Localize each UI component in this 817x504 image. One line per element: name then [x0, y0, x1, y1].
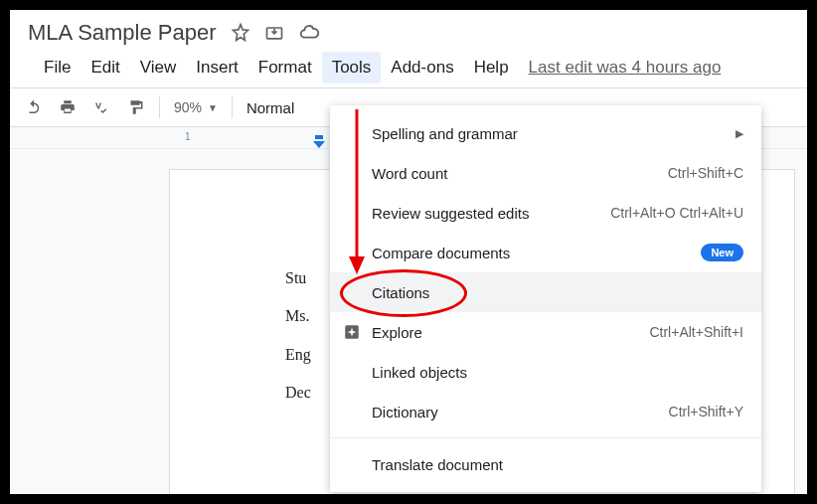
menu-review-edits[interactable]: Review suggested edits Ctrl+Alt+O Ctrl+A… [330, 193, 761, 233]
paint-format-button[interactable] [119, 91, 151, 123]
menu-separator [330, 437, 761, 438]
chevron-down-icon: ▼ [208, 102, 218, 113]
document-title[interactable]: MLA Sample Paper [28, 20, 217, 46]
tools-dropdown: Spelling and grammar ▶ Word count Ctrl+S… [330, 105, 761, 492]
menu-word-count[interactable]: Word count Ctrl+Shift+C [330, 153, 761, 193]
menu-shortcut: Ctrl+Alt+O Ctrl+Alt+U [610, 205, 743, 221]
menu-file[interactable]: File [34, 52, 81, 84]
zoom-selector[interactable]: 90% ▼ [168, 99, 224, 115]
menu-item-label: Dictionary [372, 404, 438, 420]
menu-help[interactable]: Help [464, 52, 519, 84]
style-selector[interactable]: Normal [241, 99, 300, 116]
print-button[interactable] [52, 91, 83, 123]
menu-shortcut: Ctrl+Alt+Shift+I [649, 324, 743, 340]
menu-explore[interactable]: Explore Ctrl+Alt+Shift+I [330, 312, 761, 352]
separator [159, 96, 160, 118]
last-edit-link[interactable]: Last edit was 4 hours ago [519, 52, 732, 84]
menu-tools[interactable]: Tools [322, 52, 382, 84]
menu-item-label: Citations [372, 284, 429, 301]
menu-format[interactable]: Format [248, 52, 322, 84]
undo-button[interactable] [18, 91, 50, 123]
separator [232, 96, 233, 118]
menu-edit[interactable]: Edit [81, 52, 129, 84]
menu-translate[interactable]: Translate document [330, 444, 761, 484]
cloud-icon[interactable] [298, 22, 320, 44]
menu-linked-objects[interactable]: Linked objects [330, 352, 761, 392]
indent-marker-icon[interactable] [312, 135, 326, 153]
spellcheck-button[interactable] [85, 91, 117, 123]
menu-item-label: Spelling and grammar [372, 125, 518, 142]
svg-rect-1 [315, 135, 323, 139]
menu-spelling-grammar[interactable]: Spelling and grammar ▶ [330, 113, 761, 153]
menu-item-label: Linked objects [372, 364, 467, 381]
menu-view[interactable]: View [130, 52, 187, 84]
zoom-value: 90% [174, 99, 202, 115]
star-icon[interactable] [231, 23, 250, 43]
menu-addons[interactable]: Add-ons [381, 52, 463, 84]
move-icon[interactable] [264, 23, 284, 43]
menu-item-label: Translate document [372, 456, 503, 473]
menubar: File Edit View Insert Format Tools Add-o… [28, 46, 807, 84]
menu-citations[interactable]: Citations [330, 272, 761, 312]
menu-item-label: Review suggested edits [372, 205, 529, 222]
new-badge: New [701, 244, 743, 261]
style-value: Normal [246, 99, 294, 116]
menu-insert[interactable]: Insert [186, 52, 248, 84]
menu-item-label: Word count [372, 165, 447, 182]
ruler-mark: 1 [185, 131, 191, 142]
explore-icon [342, 322, 362, 342]
menu-item-label: Compare documents [372, 245, 510, 261]
menu-dictionary[interactable]: Dictionary Ctrl+Shift+Y [330, 392, 761, 431]
menu-item-label: Explore [372, 324, 422, 341]
menu-shortcut: Ctrl+Shift+Y [669, 404, 743, 420]
menu-compare-documents[interactable]: Compare documents New [330, 233, 761, 272]
menu-shortcut: Ctrl+Shift+C [668, 165, 743, 181]
submenu-arrow-icon: ▶ [735, 127, 743, 140]
